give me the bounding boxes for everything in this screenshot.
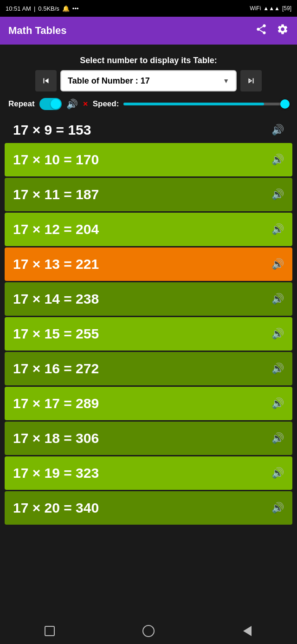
table-row-text: 17 × 19 = 323 bbox=[13, 465, 99, 481]
status-battery: [59] bbox=[282, 5, 291, 12]
table-rows: 17 × 9 = 153 🔊 17 × 10 = 170 🔊 17 × 11 =… bbox=[5, 118, 292, 618]
status-dots: ••• bbox=[72, 5, 79, 12]
speed-label: Speed: bbox=[93, 99, 119, 109]
recent-apps-icon bbox=[45, 626, 55, 636]
repeat-label: Repeat bbox=[8, 99, 35, 109]
status-divider: | bbox=[34, 5, 35, 12]
table-row[interactable]: 17 × 17 = 289 🔊 bbox=[5, 387, 292, 420]
status-time: 10:51 AM bbox=[6, 5, 31, 12]
table-row[interactable]: 17 × 12 = 204 🔊 bbox=[5, 213, 292, 246]
sound-icon[interactable]: 🔊 bbox=[271, 124, 284, 136]
speed-slider-thumb bbox=[280, 99, 290, 109]
table-row[interactable]: 17 × 19 = 323 🔊 bbox=[5, 456, 292, 490]
status-bar: 10:51 AM | 0.5KB/s 🔔 ••• WiFi ▲▲▲ [59] bbox=[0, 0, 297, 17]
table-row-text: 17 × 12 = 204 bbox=[13, 221, 99, 237]
repeat-toggle[interactable] bbox=[39, 98, 62, 110]
chevron-down-icon: ▼ bbox=[223, 77, 229, 85]
table-row[interactable]: 17 × 14 = 238 🔊 bbox=[5, 282, 292, 316]
table-dropdown-text: Table of Number : 17 bbox=[68, 76, 150, 86]
table-row-text: 17 × 13 = 221 bbox=[13, 256, 99, 272]
table-selector-row: Table of Number : 17 ▼ bbox=[8, 70, 289, 91]
home-icon bbox=[142, 625, 155, 637]
speed-slider-fill bbox=[123, 103, 264, 105]
mute-x-icon: ✕ bbox=[83, 100, 88, 108]
status-wifi-icon: WiFi bbox=[250, 5, 261, 12]
select-header: Select number to display its Table: Tabl… bbox=[5, 51, 292, 118]
table-row[interactable]: 17 × 18 = 306 🔊 bbox=[5, 422, 292, 455]
nav-home-button[interactable] bbox=[140, 623, 157, 639]
table-row-text: 17 × 17 = 289 bbox=[13, 396, 99, 411]
status-left: 10:51 AM | 0.5KB/s 🔔 ••• bbox=[6, 5, 79, 12]
sound-icon[interactable]: 🔊 bbox=[271, 223, 284, 235]
back-icon bbox=[243, 626, 252, 636]
nav-back-button[interactable] bbox=[239, 623, 256, 639]
volume-icon[interactable]: 🔊 bbox=[66, 98, 78, 110]
prev-table-button[interactable] bbox=[35, 70, 57, 91]
toggle-knob bbox=[51, 99, 61, 109]
table-row[interactable]: 17 × 13 = 221 🔊 bbox=[5, 247, 292, 281]
status-data-speed: 0.5KB/s bbox=[38, 5, 59, 12]
select-label: Select number to display its Table: bbox=[8, 56, 289, 65]
sound-icon[interactable]: 🔊 bbox=[271, 432, 284, 444]
table-row-text: 17 × 16 = 272 bbox=[13, 361, 99, 377]
settings-icon[interactable] bbox=[277, 23, 289, 38]
sound-icon[interactable]: 🔊 bbox=[271, 258, 284, 270]
table-row[interactable]: 17 × 9 = 153 🔊 bbox=[5, 118, 292, 142]
table-row-text: 17 × 18 = 306 bbox=[13, 430, 99, 446]
table-row-text: 17 × 20 = 340 bbox=[13, 500, 99, 516]
app-bar-icons bbox=[255, 23, 289, 38]
next-table-button[interactable] bbox=[240, 70, 262, 91]
sound-icon[interactable]: 🔊 bbox=[271, 328, 284, 340]
table-row-text: 17 × 11 = 187 bbox=[13, 187, 99, 202]
speed-slider-track bbox=[123, 103, 289, 105]
status-signal-icons: ▲▲▲ bbox=[263, 5, 280, 12]
bottom-nav bbox=[0, 618, 297, 644]
table-row[interactable]: 17 × 10 = 170 🔊 bbox=[5, 143, 292, 176]
nav-recent-apps-button[interactable] bbox=[41, 623, 58, 639]
sound-icon[interactable]: 🔊 bbox=[271, 467, 284, 479]
table-row-text: 17 × 10 = 170 bbox=[13, 152, 99, 168]
sound-icon[interactable]: 🔊 bbox=[271, 189, 284, 201]
main-content: Select number to display its Table: Tabl… bbox=[0, 45, 297, 618]
share-icon[interactable] bbox=[255, 23, 267, 38]
table-row[interactable]: 17 × 11 = 187 🔊 bbox=[5, 178, 292, 211]
table-row[interactable]: 17 × 16 = 272 🔊 bbox=[5, 352, 292, 385]
sound-icon[interactable]: 🔊 bbox=[271, 363, 284, 375]
sound-icon[interactable]: 🔊 bbox=[271, 293, 284, 305]
sound-icon[interactable]: 🔊 bbox=[271, 154, 284, 166]
status-right: WiFi ▲▲▲ [59] bbox=[250, 5, 291, 12]
app-bar: Math Tables bbox=[0, 17, 297, 45]
table-row[interactable]: 17 × 15 = 255 🔊 bbox=[5, 317, 292, 351]
status-bell-icon: 🔔 bbox=[62, 5, 70, 12]
sound-icon[interactable]: 🔊 bbox=[271, 502, 284, 514]
table-row-text: 17 × 9 = 153 bbox=[13, 122, 91, 138]
sound-icon[interactable]: 🔊 bbox=[271, 397, 284, 410]
controls-row: Repeat 🔊 ✕ Speed: bbox=[8, 96, 289, 115]
table-row[interactable]: 17 × 20 = 340 🔊 bbox=[5, 491, 292, 525]
table-dropdown[interactable]: Table of Number : 17 ▼ bbox=[60, 70, 237, 91]
speed-slider[interactable] bbox=[123, 98, 289, 110]
app-title: Math Tables bbox=[8, 25, 67, 37]
table-row-text: 17 × 15 = 255 bbox=[13, 326, 99, 342]
table-row-text: 17 × 14 = 238 bbox=[13, 291, 99, 307]
